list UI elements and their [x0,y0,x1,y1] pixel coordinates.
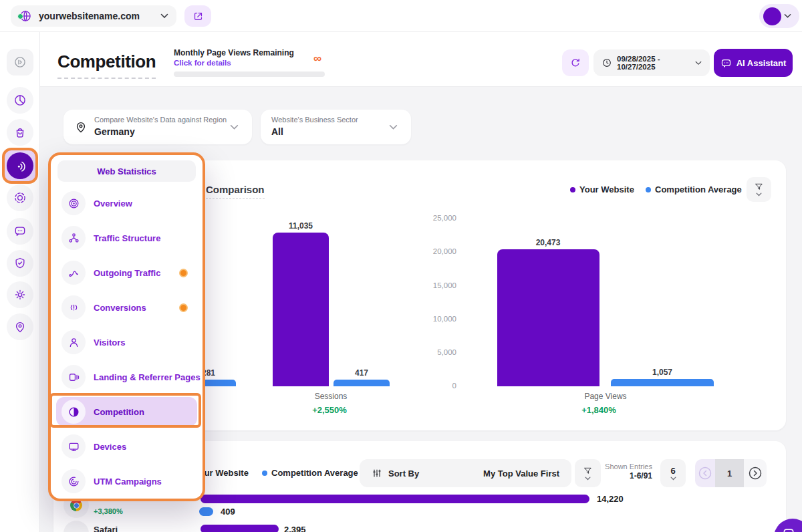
row-delta: +3,380% [94,507,123,516]
menu-item-utm-campaigns[interactable]: UTM Campaigns [56,467,197,496]
devices-icon [68,440,80,453]
menu-item-outgoing-traffic[interactable]: Outgoing Traffic [56,258,197,287]
quota-details-link[interactable]: Click for details [174,59,231,68]
external-link-icon [192,11,204,22]
region-label: Compare Website's Data against Region [94,116,227,124]
y-tick: 25,000 [410,214,456,222]
sort-by-control[interactable]: Sort By My Top Value First [360,459,571,487]
menu-item-label: Devices [94,442,126,452]
user-menu[interactable] [759,4,799,28]
y-tick: 10,000 [410,315,456,323]
website-selector[interactable]: yourwebsitename.com [11,5,176,27]
chevron-down-icon [160,13,168,19]
pie-chart-icon [13,94,27,107]
region-value: Germany [94,126,135,137]
sidebar-item-settings[interactable] [7,281,33,308]
sidebar-collapse-button[interactable] [7,49,33,76]
sidebar-item-lens[interactable] [7,184,33,211]
menu-item-devices[interactable]: Devices [56,432,197,461]
page-size-value: 6 [670,466,675,476]
chevron-down-icon [784,13,791,19]
date-range-picker[interactable]: 09/28/2025 - 10/27/2025 [593,49,710,76]
menu-item-label: Conversions [94,303,146,313]
sidebar-item-location[interactable] [7,313,33,340]
delta-label: +2,550% [289,405,370,415]
sidebar-item-dashboard[interactable] [7,87,33,114]
bar-site-pageviews[interactable] [497,249,599,386]
open-website-button[interactable] [184,5,211,27]
chevron-down-icon [585,477,591,481]
ai-assistant-button[interactable]: AI Assistant [714,49,793,77]
visitors-icon [68,336,80,349]
menu-item-competition[interactable]: Competition [56,397,197,426]
menu-item-label: Visitors [94,338,125,348]
page-size-select[interactable]: 6 [660,459,686,487]
region-select[interactable] [63,110,252,144]
chat-icon [782,527,795,532]
web-statistics-menu: Web Statistics Overview Traffic Structur… [48,152,205,501]
menu-item-landing-referrer-pages[interactable]: Landing & Referrer Pages [56,362,197,392]
menu-item-conversions[interactable]: Conversions [56,293,197,322]
y-tick: 20,000 [410,247,456,255]
chevron-down-icon [230,124,239,130]
website-name: yourwebsitename.com [39,11,140,21]
list-filter-button[interactable] [575,459,601,487]
bar-value-label: 11,035 [281,221,321,231]
sliders-icon [372,468,382,479]
pagination: 1 [695,459,767,487]
comparison-title: Comparison [206,184,265,198]
menu-header: Web Statistics [57,160,196,182]
competition-icon [68,406,80,418]
hbar-value-label: 14,220 [597,495,624,505]
menu-item-overview[interactable]: Overview [56,188,197,218]
conversions-icon [68,301,80,314]
menu-item-label: Landing & Referrer Pages [94,372,200,382]
arrow-left-circle-icon [698,466,712,481]
refresh-button[interactable] [562,49,589,76]
sidebar-item-security[interactable] [7,250,33,277]
pagination-prev-button[interactable] [695,459,715,487]
sidebar-item-web-statistics[interactable] [7,152,33,179]
y-tick: 15,000 [410,281,456,289]
sort-by-value: My Top Value First [483,469,559,479]
menu-item-visitors[interactable]: Visitors [56,327,197,357]
sector-label: Website's Business Sector [271,116,358,124]
funnel-icon [583,467,593,476]
menu-item-traffic-structure[interactable]: Traffic Structure [56,223,197,253]
row-name: Safari [94,525,118,532]
lens-icon [13,191,27,205]
pagination-next-button[interactable] [744,459,767,487]
sidebar-item-chat[interactable] [7,218,33,245]
legend-avg-label: Competition Average [271,469,358,479]
arrow-right-circle-icon [748,466,763,481]
funnel-icon [754,182,764,192]
avatar [763,7,781,25]
y-tick: 5,000 [410,348,456,356]
ai-chat-icon [720,57,732,69]
quota-progress-bar [174,72,325,77]
pagination-current-page[interactable]: 1 [715,459,744,487]
page-title: Competition [57,52,156,79]
legend-avg-dot [646,187,651,192]
delta-label: +1,840% [559,405,639,415]
legend-avg-dot [262,471,267,476]
bar-site-sessions[interactable] [273,233,329,386]
chevron-down-icon [670,477,676,481]
chevron-down-icon [695,61,702,65]
gear-icon [13,288,27,301]
sort-by-label: Sort By [388,469,419,479]
clock-icon [602,57,612,68]
date-range-value: 09/28/2025 - 10/27/2025 [617,55,690,71]
chart-filter-button[interactable] [747,177,771,202]
hbar-site-safari[interactable] [200,525,279,532]
sidebar-item-shop[interactable] [7,119,33,146]
hbar-value-label: 2,395 [284,525,306,532]
hbar-avg-chrome[interactable] [199,507,213,516]
legend-site-dot [570,187,575,192]
utm-campaigns-icon [68,475,80,488]
chevron-down-icon [756,192,762,196]
collapse-icon [13,55,27,69]
hbar-site-chrome[interactable] [200,495,589,503]
bar-avg-pageviews[interactable] [611,379,714,386]
bar-avg-sessions[interactable] [333,380,390,386]
